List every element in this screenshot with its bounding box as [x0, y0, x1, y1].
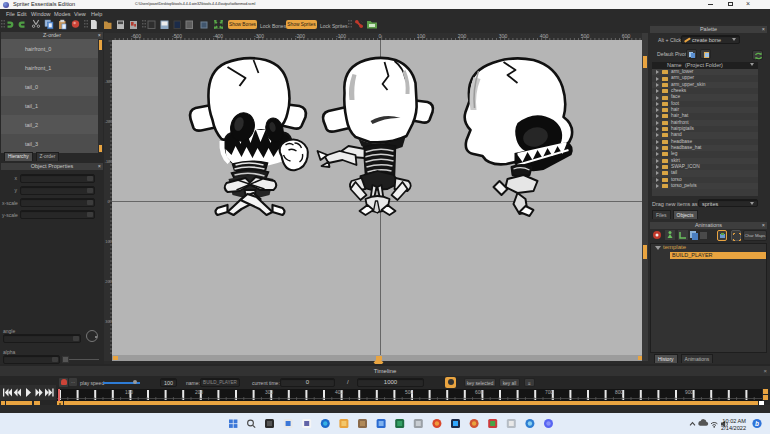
svg-text:300: 300: [105, 320, 111, 324]
svg-text:300: 300: [499, 33, 508, 39]
svg-text:200: 200: [458, 33, 467, 39]
svg-text:-100: -100: [336, 33, 346, 39]
svg-text:-600: -600: [131, 33, 141, 39]
svg-text:b: b: [755, 420, 759, 427]
svg-text:600: 600: [475, 390, 483, 395]
svg-text:-300: -300: [254, 33, 264, 39]
svg-text:500: 500: [581, 33, 590, 39]
svg-text:100: 100: [105, 240, 111, 244]
svg-text:10:02 AM: 10:02 AM: [722, 418, 746, 424]
svg-text:100: 100: [417, 33, 426, 39]
svg-text:0: 0: [379, 33, 382, 39]
svg-text:500: 500: [405, 390, 413, 395]
svg-text:800: 800: [615, 390, 623, 395]
svg-text:-200: -200: [295, 33, 305, 39]
svg-text:300: 300: [265, 390, 273, 395]
svg-text:400: 400: [540, 33, 549, 39]
svg-text:0: 0: [107, 200, 109, 204]
svg-text:-500: -500: [172, 33, 182, 39]
svg-text:900: 900: [685, 390, 693, 395]
svg-text:700: 700: [545, 390, 553, 395]
svg-text:200: 200: [105, 280, 111, 284]
svg-text:2/14/2022: 2/14/2022: [721, 425, 746, 431]
svg-text:200: 200: [195, 390, 203, 395]
svg-text:400: 400: [335, 390, 343, 395]
svg-text:100: 100: [125, 390, 133, 395]
svg-text:-400: -400: [213, 33, 223, 39]
svg-text:600: 600: [622, 33, 631, 39]
